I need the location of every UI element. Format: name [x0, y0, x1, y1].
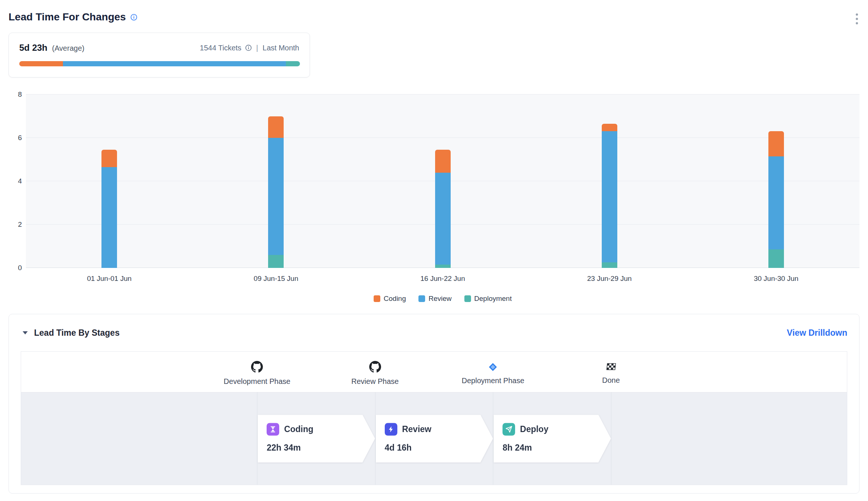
stage-card-shape: Review4d 16h — [376, 415, 493, 462]
average-lead-time: 5d 23h (Average) — [19, 43, 84, 53]
phase-done: Done — [602, 361, 620, 385]
summary-bar-segment-coding — [19, 61, 63, 66]
x-tick-label: 01 Jun-01 Jun — [87, 275, 131, 283]
summary-card: 5d 23h (Average) 1544 Tickets | Last Mon… — [9, 33, 310, 77]
lead-time-widget: Lead Time For Changes 5d 23h (Average) 1… — [0, 0, 868, 501]
phase-label: Deployment Phase — [462, 376, 524, 385]
tickets-count: 1544 Tickets — [200, 44, 241, 52]
chart-plot-area: 02468 — [26, 94, 859, 268]
legend-label: Coding — [384, 295, 406, 303]
hourglass-icon — [267, 423, 279, 435]
bar-segment-deployment — [768, 249, 784, 268]
stage-name: Coding — [284, 424, 313, 434]
bar-segment-review — [268, 138, 284, 255]
github-icon — [369, 361, 381, 373]
legend-item-deployment[interactable]: Deployment — [464, 295, 512, 303]
y-tick-label: 2 — [9, 220, 22, 229]
diamond-icon — [488, 361, 498, 373]
average-suffix: (Average) — [52, 44, 84, 52]
stage-card-shape: Deploy8h 24m — [494, 415, 611, 462]
column-divider — [375, 392, 375, 485]
phase-review-phase: Review Phase — [351, 361, 399, 386]
bar-segment-deployment — [602, 262, 617, 268]
bar-segment-deployment — [435, 265, 451, 268]
stage-duration: 22h 34m — [267, 442, 366, 452]
x-tick-label: 23 Jun-29 Jun — [587, 275, 631, 283]
bar-segment-review — [435, 173, 451, 265]
stacked-bar-1[interactable] — [101, 94, 117, 268]
tickets-info-icon[interactable] — [245, 44, 252, 51]
widget-header: Lead Time For Changes — [9, 11, 859, 23]
phase-deployment-phase: Deployment Phase — [462, 361, 524, 385]
phase-header-row: Development PhaseReview PhaseDeployment … — [21, 352, 847, 392]
stage-name: Review — [402, 424, 431, 434]
checkered-flag-icon — [606, 361, 616, 373]
legend-item-coding[interactable]: Coding — [374, 295, 406, 303]
y-tick-label: 6 — [9, 134, 22, 142]
column-divider — [611, 392, 611, 485]
legend-swatch — [374, 295, 380, 302]
phase-label: Review Phase — [351, 377, 399, 386]
bar-segment-coding — [435, 150, 451, 172]
stages-panel-header: Lead Time By Stages View Drilldown — [9, 314, 859, 351]
lead-time-chart: 02468 01 Jun-01 Jun09 Jun-15 Jun16 Jun-2… — [9, 94, 859, 303]
stage-card-review[interactable]: Review4d 16h — [376, 415, 493, 462]
github-icon — [251, 361, 263, 373]
stage-duration: 4d 16h — [385, 442, 484, 452]
kebab-menu-icon[interactable] — [855, 13, 858, 26]
stage-card-coding[interactable]: Coding22h 34m — [258, 415, 375, 462]
legend-swatch — [464, 295, 471, 302]
summary-bar-segment-deployment — [286, 61, 300, 66]
bar-segment-coding — [101, 150, 117, 167]
x-tick-label: 30 Jun-30 Jun — [754, 275, 798, 283]
summary-bar-segment-review — [63, 61, 286, 66]
column-divider — [257, 392, 257, 485]
stage-card-deploy[interactable]: Deploy8h 24m — [494, 415, 611, 462]
bar-segment-review — [101, 167, 117, 268]
bar-segment-deployment — [268, 255, 284, 268]
stacked-bar-2[interactable] — [268, 94, 284, 268]
stages-table: Development PhaseReview PhaseDeployment … — [21, 351, 847, 485]
bar-segment-coding — [602, 124, 617, 131]
phase-development-phase: Development Phase — [224, 361, 290, 386]
stage-card-shape: Coding22h 34m — [258, 415, 375, 462]
y-tick-label: 4 — [9, 177, 22, 185]
view-drilldown-link[interactable]: View Drilldown — [787, 328, 847, 338]
separator: | — [256, 44, 258, 52]
bar-segment-coding — [268, 116, 284, 138]
collapse-caret-icon[interactable] — [22, 331, 28, 335]
chart-legend: CodingReviewDeployment — [26, 295, 859, 303]
legend-swatch — [418, 295, 425, 302]
legend-label: Review — [428, 295, 451, 303]
stages-panel: Lead Time By Stages View Drilldown Devel… — [9, 314, 859, 494]
stacked-bar-4[interactable] — [602, 94, 617, 268]
phase-label: Done — [602, 376, 620, 385]
stages-title: Lead Time By Stages — [34, 328, 120, 338]
summary-progress-bar — [19, 61, 300, 66]
legend-label: Deployment — [474, 295, 512, 303]
page-title: Lead Time For Changes — [9, 11, 126, 23]
chart-x-axis: 01 Jun-01 Jun09 Jun-15 Jun16 Jun-22 Jun2… — [26, 275, 859, 285]
bar-segment-review — [768, 156, 784, 250]
x-tick-label: 16 Jun-22 Jun — [420, 275, 465, 283]
bar-segment-coding — [768, 131, 784, 156]
y-tick-label: 0 — [9, 264, 22, 272]
stage-duration: 8h 24m — [503, 442, 602, 452]
title-info-icon[interactable] — [130, 14, 137, 21]
average-value: 5d 23h — [19, 43, 47, 53]
period-label: Last Month — [263, 44, 299, 52]
y-tick-label: 8 — [9, 90, 22, 99]
phase-label: Development Phase — [224, 377, 290, 386]
stage-name: Deploy — [520, 424, 548, 434]
rocket-icon — [503, 423, 515, 435]
legend-item-review[interactable]: Review — [418, 295, 451, 303]
stacked-bar-5[interactable] — [768, 94, 784, 268]
lightning-icon — [385, 423, 397, 435]
stacked-bar-3[interactable] — [435, 94, 451, 268]
stages-body: Coding22h 34mReview4d 16hDeploy8h 24m — [21, 392, 847, 485]
column-divider — [493, 392, 493, 485]
bar-segment-review — [602, 131, 617, 262]
x-tick-label: 09 Jun-15 Jun — [254, 275, 298, 283]
